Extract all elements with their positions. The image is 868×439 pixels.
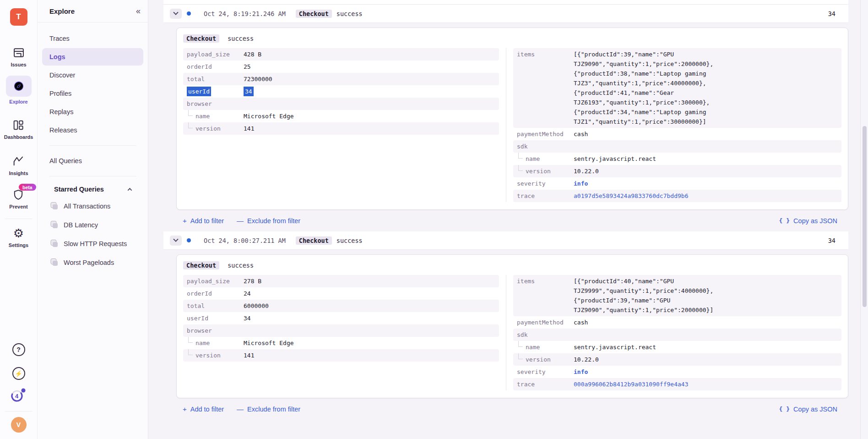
sidebar-item-profiles[interactable]: Profiles bbox=[42, 85, 143, 102]
kv-key[interactable]: trace bbox=[517, 379, 574, 389]
log-row-header[interactable]: Oct 24, 8:00:27.211 AM Checkout success … bbox=[163, 231, 848, 250]
collapse-row-button[interactable] bbox=[170, 236, 182, 246]
sidebar-item-prevent[interactable]: beta Prevent bbox=[9, 188, 27, 209]
kv-row: payload_size428 B bbox=[183, 48, 499, 60]
kv-value[interactable]: 278 B bbox=[244, 276, 261, 286]
kv-key[interactable]: paymentMethod bbox=[517, 318, 574, 327]
starred-query-all-transactions[interactable]: All Transactions bbox=[42, 197, 143, 215]
kv-value[interactable]: 428 B bbox=[244, 49, 261, 59]
kv-key[interactable]: name bbox=[517, 154, 574, 164]
kv-key[interactable]: total bbox=[187, 74, 244, 84]
scrollbar-track[interactable] bbox=[860, 0, 868, 439]
kv-value[interactable]: [{"productId":40,"name":"GPU TJZ9999","q… bbox=[574, 276, 716, 315]
user-avatar[interactable]: V bbox=[11, 417, 27, 433]
kv-key-text: name bbox=[526, 154, 540, 164]
collapse-panel-icon[interactable]: « bbox=[136, 7, 141, 15]
tree-elbow-icon bbox=[518, 353, 523, 359]
sidebar-item-releases[interactable]: Releases bbox=[42, 121, 143, 139]
kv-value[interactable]: info bbox=[574, 367, 588, 377]
kv-key[interactable]: payload_size bbox=[187, 49, 244, 59]
starred-query-db-latency[interactable]: DB Latency bbox=[42, 216, 143, 234]
starred-query-worst-pageloads[interactable]: Worst Pageloads bbox=[42, 253, 143, 272]
kv-key[interactable]: name bbox=[187, 111, 244, 121]
kv-key[interactable]: version bbox=[517, 355, 574, 364]
exclude-from-filter-button[interactable]: —Exclude from filter bbox=[237, 405, 300, 413]
kv-value[interactable]: 141 bbox=[244, 351, 254, 360]
kv-key[interactable]: items bbox=[517, 49, 574, 59]
panel-nav: Traces Logs Discover Profiles Replays Re… bbox=[38, 22, 148, 272]
kv-key[interactable]: name bbox=[517, 342, 574, 352]
kv-key[interactable]: userId bbox=[187, 87, 244, 96]
kv-key[interactable]: orderId bbox=[187, 62, 244, 71]
kv-value[interactable]: 72300000 bbox=[244, 74, 272, 84]
kv-value[interactable]: sentry.javascript.react bbox=[574, 154, 656, 164]
kv-value[interactable]: sentry.javascript.react bbox=[574, 342, 656, 352]
sidebar-item-settings[interactable]: ⚙ Settings bbox=[9, 226, 28, 248]
kv-key[interactable]: browser bbox=[187, 326, 244, 335]
copy-as-json-button[interactable]: { }Copy as JSON bbox=[779, 217, 837, 225]
kv-value[interactable]: Microsoft Edge bbox=[244, 338, 294, 348]
collapse-row-button[interactable] bbox=[170, 9, 182, 19]
panel-divider bbox=[49, 176, 136, 176]
whats-new-button[interactable]: ⚡ bbox=[12, 367, 25, 380]
kv-key[interactable]: browser bbox=[187, 99, 244, 109]
sidebar-item-replays[interactable]: Replays bbox=[42, 103, 143, 121]
help-button[interactable]: ? bbox=[12, 343, 25, 356]
kv-key[interactable]: paymentMethod bbox=[517, 129, 574, 139]
kv-value[interactable]: 141 bbox=[244, 124, 254, 133]
kv-key[interactable]: name bbox=[187, 338, 244, 348]
kv-key[interactable]: items bbox=[517, 276, 574, 286]
sidebar-item-issues[interactable]: Issues bbox=[11, 46, 26, 67]
starred-query-slow-http[interactable]: Slow HTTP Requests bbox=[42, 235, 143, 253]
kv-row: payload_size278 B bbox=[183, 275, 499, 287]
kv-value-text: Microsoft Edge bbox=[244, 111, 294, 121]
sidebar-item-label: Issues bbox=[11, 62, 26, 67]
onboarding-progress[interactable]: 4 bbox=[10, 387, 27, 404]
copy-as-json-button[interactable]: { }Copy as JSON bbox=[779, 406, 837, 413]
kv-key[interactable]: sdk bbox=[517, 330, 574, 340]
kv-value[interactable]: Microsoft Edge bbox=[244, 111, 294, 121]
kv-value[interactable]: 000a996062b8412b9a031090ff9e4a43 bbox=[574, 379, 688, 389]
kv-key[interactable]: userId bbox=[187, 313, 244, 323]
add-to-filter-button[interactable]: +Add to filter bbox=[183, 217, 224, 225]
kv-value[interactable]: 34 bbox=[244, 87, 254, 96]
kv-value[interactable]: 10.22.0 bbox=[574, 166, 599, 176]
sidebar-item-logs[interactable]: Logs bbox=[42, 48, 143, 66]
kv-key[interactable]: version bbox=[517, 166, 574, 176]
exclude-from-filter-button[interactable]: —Exclude from filter bbox=[237, 217, 300, 225]
kv-value[interactable]: 24 bbox=[244, 289, 251, 298]
kv-value[interactable]: info bbox=[574, 179, 588, 188]
add-to-filter-button[interactable]: +Add to filter bbox=[183, 405, 224, 413]
kv-value[interactable]: 34 bbox=[244, 313, 251, 323]
kv-key[interactable]: total bbox=[187, 301, 244, 311]
sidebar-item-explore[interactable]: Explore bbox=[6, 76, 32, 104]
sidebar-item-insights[interactable]: Insights bbox=[9, 154, 28, 176]
sidebar-item-discover[interactable]: Discover bbox=[42, 66, 143, 84]
kv-value[interactable]: 25 bbox=[244, 62, 251, 71]
kv-value[interactable]: cash bbox=[574, 129, 588, 139]
kv-key[interactable]: trace bbox=[517, 191, 574, 201]
sidebar-item-label: Explore bbox=[9, 99, 27, 104]
sidebar-item-all-queries[interactable]: All Queries bbox=[42, 152, 143, 170]
kv-key[interactable]: orderId bbox=[187, 289, 244, 298]
scrollbar-thumb[interactable] bbox=[863, 126, 867, 307]
kv-key[interactable]: version bbox=[187, 124, 244, 133]
sidebar-item-traces[interactable]: Traces bbox=[42, 30, 143, 47]
starred-queries-header[interactable]: Starred Queries bbox=[42, 183, 143, 197]
kv-key[interactable]: severity bbox=[517, 179, 574, 188]
kv-key[interactable]: version bbox=[187, 351, 244, 360]
kv-key[interactable]: severity bbox=[517, 367, 574, 377]
kv-value[interactable]: a0197d5e5893424a9833760dc7bdd9b6 bbox=[574, 191, 688, 201]
org-logo[interactable]: T bbox=[10, 8, 27, 26]
kv-key[interactable]: payload_size bbox=[187, 276, 244, 286]
kv-value[interactable]: [{"productId":39,"name":"GPU TJZ9090","q… bbox=[574, 49, 716, 126]
log-row-partial[interactable] bbox=[163, 0, 848, 5]
log-timestamp: Oct 24, 8:19:21.246 AM bbox=[204, 10, 286, 17]
kv-value[interactable]: 10.22.0 bbox=[574, 355, 599, 364]
kv-value[interactable]: 6000000 bbox=[244, 301, 269, 311]
log-row-header[interactable]: Oct 24, 8:19:21.246 AM Checkout success … bbox=[163, 5, 848, 23]
kv-value-text: 000a996062b8412b9a031090ff9e4a43 bbox=[574, 379, 688, 389]
kv-key[interactable]: sdk bbox=[517, 142, 574, 151]
kv-value[interactable]: cash bbox=[574, 318, 588, 327]
sidebar-item-dashboards[interactable]: Dashboards bbox=[4, 118, 33, 140]
